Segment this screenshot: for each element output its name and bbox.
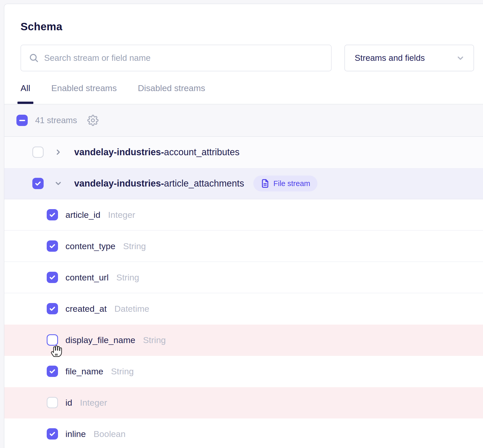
field-name: file_name	[65, 366, 103, 376]
field-name: inline	[65, 429, 86, 439]
field-type: String	[123, 241, 146, 251]
field-row[interactable]: display_file_name String	[4, 325, 483, 356]
stream-checkbox[interactable]	[32, 178, 44, 189]
field-row[interactable]: inline Boolean	[4, 418, 483, 448]
field-name: article_id	[65, 210, 100, 220]
field-checkbox[interactable]	[47, 366, 58, 377]
field-type: Integer	[80, 398, 107, 408]
field-row[interactable]: created_at Datetime	[4, 293, 483, 325]
stream-name: vandelay-industries-account_attributes	[74, 147, 239, 158]
field-checkbox[interactable]	[47, 272, 58, 283]
field-type: String	[143, 335, 166, 345]
field-name: id	[65, 398, 72, 408]
controls-row: Streams and fields	[21, 45, 481, 71]
stream-name-prefix: vandelay-industries-	[74, 147, 164, 157]
field-row[interactable]: content_type String	[4, 231, 483, 262]
page-title: Schema	[21, 21, 481, 33]
field-checkbox[interactable]	[47, 397, 58, 408]
field-type: Boolean	[93, 429, 125, 439]
search-box[interactable]	[21, 45, 332, 71]
chevron-down-icon[interactable]	[54, 179, 62, 188]
streams-list: vandelay-industries-account_attributes v…	[4, 137, 483, 448]
search-input[interactable]	[44, 53, 331, 63]
field-checkbox[interactable]	[47, 303, 58, 314]
field-type: Datetime	[114, 304, 149, 314]
stream-row[interactable]: vandelay-industries-account_attributes	[4, 137, 483, 168]
field-checkbox[interactable]	[47, 428, 58, 440]
field-type: Integer	[108, 210, 135, 220]
schema-card: Schema Streams and fields All Enabled st…	[4, 4, 483, 448]
file-stream-badge: File stream	[253, 176, 317, 191]
field-name: created_at	[65, 304, 107, 314]
field-checkbox[interactable]	[47, 209, 58, 220]
gear-icon[interactable]	[87, 115, 99, 126]
file-icon	[260, 179, 270, 188]
field-row[interactable]: article_id Integer	[4, 199, 483, 231]
stream-name-prefix: vandelay-industries-	[74, 178, 164, 189]
field-row[interactable]: file_name String	[4, 356, 483, 387]
stream-checkbox[interactable]	[32, 147, 44, 158]
select-all-checkbox[interactable]	[16, 115, 28, 126]
streams-list-header: 41 streams	[4, 104, 483, 137]
filter-dropdown[interactable]: Streams and fields	[344, 45, 474, 71]
stream-name-suffix: account_attributes	[164, 147, 239, 157]
search-icon	[29, 53, 39, 63]
field-type: String	[116, 272, 139, 283]
stream-row[interactable]: vandelay-industries-article_attachments …	[4, 168, 483, 199]
badge-label: File stream	[273, 179, 310, 188]
field-row[interactable]: content_url String	[4, 262, 483, 293]
tab-disabled-streams[interactable]: Disabled streams	[138, 83, 205, 104]
stream-name-suffix: article_attachments	[164, 178, 244, 189]
field-type: String	[111, 366, 134, 376]
tab-all[interactable]: All	[21, 83, 30, 104]
field-name: content_type	[65, 241, 115, 251]
field-name: display_file_name	[65, 335, 135, 345]
filter-dropdown-value: Streams and fields	[355, 53, 425, 63]
stream-name: vandelay-industries-article_attachments	[74, 178, 244, 189]
field-name: content_url	[65, 272, 109, 283]
tab-bar: All Enabled streams Disabled streams	[21, 83, 481, 104]
chevron-right-icon[interactable]	[54, 148, 62, 156]
tab-enabled-streams[interactable]: Enabled streams	[51, 83, 117, 104]
stream-count: 41 streams	[35, 115, 77, 125]
field-checkbox[interactable]	[47, 240, 58, 252]
chevron-down-icon	[456, 54, 465, 62]
field-checkbox[interactable]	[47, 334, 58, 346]
field-row[interactable]: id Integer	[4, 387, 483, 418]
